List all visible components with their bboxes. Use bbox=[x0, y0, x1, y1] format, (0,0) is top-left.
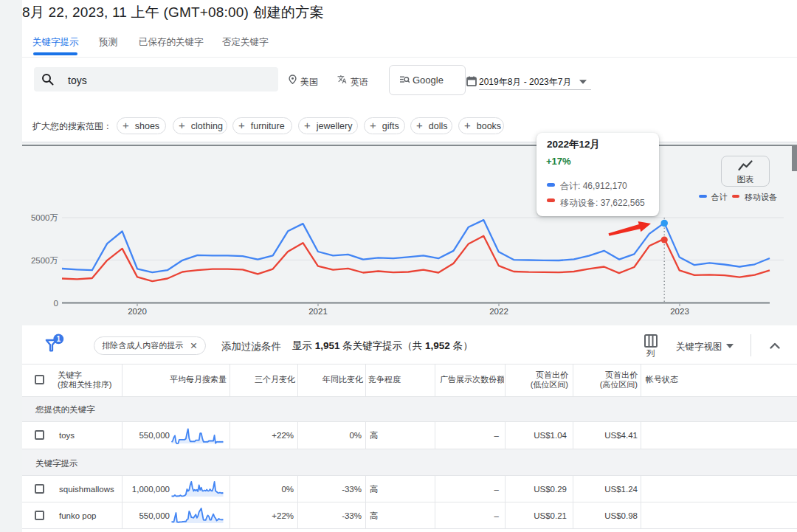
svg-text:2500万: 2500万 bbox=[31, 256, 58, 265]
svg-text:0: 0 bbox=[54, 299, 58, 308]
svg-text:5000万: 5000万 bbox=[31, 213, 58, 222]
svg-text:2022: 2022 bbox=[489, 307, 508, 316]
svg-text:1: 1 bbox=[57, 335, 61, 343]
svg-text:2021: 2021 bbox=[308, 307, 328, 316]
svg-text:2020: 2020 bbox=[128, 307, 147, 316]
svg-text:2023: 2023 bbox=[670, 307, 689, 316]
